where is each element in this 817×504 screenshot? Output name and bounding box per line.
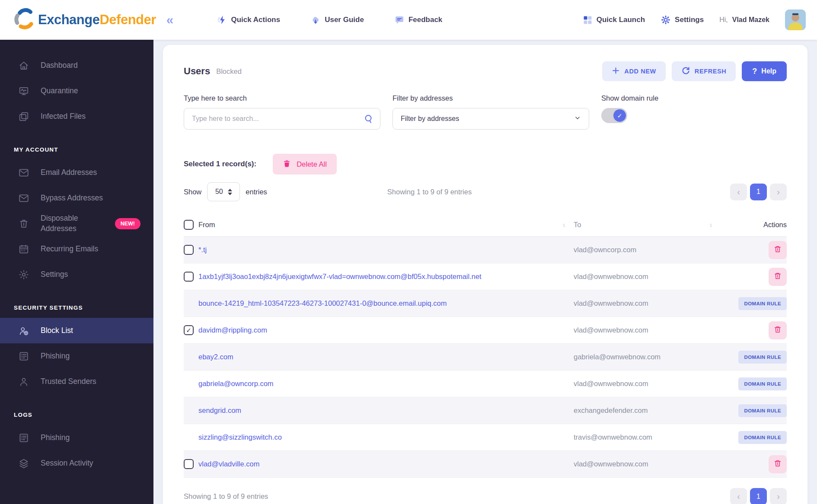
entries-label: entries [246,188,267,196]
sidebar-item-session-activity[interactable]: Session Activity [0,450,153,476]
table-row: sendgrid.comexchangedefender.comDOMAIN R… [184,397,787,424]
from-address[interactable]: 1axb1yjf3lj3oao1exbj8z4jn6juexigtwfwx7-v… [198,273,488,281]
list-icon [18,432,29,444]
home-icon [18,60,29,71]
sidebar-section-logs: LOGS [0,394,153,425]
table-row: ebay2.comgabriela@ownwebnow.comDOMAIN RU… [184,344,787,371]
toggle-knob: ✓ [613,109,626,122]
sort-icon[interactable]: ↑↓ [709,222,711,228]
pagination-top: ‹ 1 › [730,184,787,200]
calendar-icon [18,244,29,255]
menu-item-quick-actions[interactable]: Quick Actions [217,15,281,25]
pagination-prev-button[interactable]: ‹ [730,488,747,504]
sidebar-item-phishing[interactable]: Phishing [0,343,153,369]
column-header-actions: Actions [763,221,787,229]
to-address: vlad@ownwebnow.com [574,299,721,307]
from-address[interactable]: gabriela@owncorp.com [198,380,280,388]
question-mark-icon: ? [752,67,757,76]
user-name[interactable]: Vlad Mazek [732,16,769,24]
from-address[interactable]: sizzling@sizzlingswitch.co [198,433,288,441]
row-checkbox[interactable] [184,245,194,255]
delete-all-button[interactable]: Delete All [273,154,337,174]
check-icon: ✓ [617,112,622,119]
pagination-prev-button[interactable]: ‹ [730,184,747,200]
top-bar: ExchangeDefender « Quick ActionsUser Gui… [0,0,817,40]
delete-row-button[interactable] [769,321,787,339]
to-address: vlad@owncorp.com [574,246,721,254]
toggle-label: Show domain rule [601,94,658,102]
grid-icon [582,15,593,25]
refresh-icon [681,66,690,76]
content-card: Users Blocked ADD NEW REFRESH ? [163,45,807,504]
from-address[interactable]: vlad@vladville.com [198,460,265,468]
row-checkbox[interactable]: ✓ [184,325,194,335]
top-menu: Quick ActionsUser GuideFeedback [217,15,443,25]
sidebar-item-infected-files[interactable]: Infected Files [0,104,153,129]
table-row: sizzling@sizzlingswitch.cotravis@ownwebn… [184,424,787,451]
to-address: vlad@ownwebnow.com [574,326,721,334]
monitor-pulse-icon [18,86,29,97]
sidebar-item-recurring-emails[interactable]: Recurring Emails [0,236,153,262]
sidebar-item-disposable-addresses[interactable]: Disposable AddressesNEW! [0,211,153,236]
layers-icon [18,458,29,469]
from-address[interactable]: davidm@rippling.com [198,326,273,334]
trash-icon [773,272,782,282]
entries-per-page-select[interactable]: 50 [207,182,240,201]
sidebar-item-dashboard[interactable]: Dashboard [0,53,153,78]
row-checkbox[interactable] [184,272,194,282]
to-address: vlad@ownwebnow.com [574,460,721,468]
trash-icon [283,159,291,169]
page-title: Users [184,66,210,77]
refresh-button[interactable]: REFRESH [672,61,736,81]
copies-icon [18,111,29,122]
lightning-icon [217,15,227,25]
show-domain-rule-toggle[interactable]: ✓ [601,108,627,123]
menu-item-quick-launch[interactable]: Quick Launch [582,15,645,25]
swirl-logo-icon [13,8,35,32]
sidebar-item-quarantine[interactable]: Quarantine [0,78,153,104]
delete-row-button[interactable] [769,268,787,286]
selected-records-text: Selected 1 record(s): [184,160,256,168]
pagination-next-button[interactable]: › [770,488,787,504]
column-header-to[interactable]: To [574,221,581,229]
showing-entries-text: Showing 1 to 9 of 9 entries [387,188,472,196]
from-address[interactable]: bounce-14219_html-103547223-46273-100027… [198,299,453,307]
sidebar-item-block-list[interactable]: Block List [0,318,153,343]
menu-item-feedback[interactable]: Feedback [394,15,442,25]
column-header-from[interactable]: From [198,221,215,229]
sidebar-item-trusted-senders[interactable]: Trusted Senders [0,369,153,394]
pagination-page-button[interactable]: 1 [750,488,767,504]
from-address[interactable]: sendgrid.com [198,406,247,415]
domain-rule-badge: DOMAIN RULE [738,351,787,364]
delete-row-button[interactable] [769,455,787,473]
sidebar-collapse-icon[interactable]: « [166,13,174,26]
search-input[interactable] [184,108,380,130]
help-button[interactable]: ? Help [742,61,787,81]
sidebar-item-phishing[interactable]: Phishing [0,425,153,450]
sort-icon[interactable]: ↑↓ [562,222,564,228]
to-address: travis@ownwebnow.com [574,433,721,441]
add-new-button[interactable]: ADD NEW [602,61,665,81]
brand-logo[interactable]: ExchangeDefender [13,8,156,32]
pagination-page-button[interactable]: 1 [750,184,767,200]
from-address[interactable]: ebay2.com [198,353,239,361]
table-row: vlad@vladville.comvlad@ownwebnow.com [184,451,787,478]
sidebar-item-email-addresses[interactable]: Email Addresses [0,160,153,185]
sidebar-item-bypass-addresses[interactable]: Bypass Addresses [0,185,153,211]
cloud-download-icon [310,15,321,25]
to-address: exchangedefender.com [574,406,721,415]
menu-item-user-guide[interactable]: User Guide [310,15,364,25]
row-checkbox[interactable] [184,459,194,469]
envelope-icon [18,193,29,204]
select-all-checkbox[interactable] [184,220,194,230]
filter-addresses-select[interactable]: Filter by addresses [393,108,589,130]
search-icon[interactable] [364,114,374,124]
delete-row-button[interactable] [769,241,787,259]
menu-item-settings[interactable]: Settings [661,15,704,25]
avatar[interactable] [785,10,806,30]
pagination-next-button[interactable]: › [770,184,787,200]
sidebar-item-settings[interactable]: Settings [0,262,153,287]
table-row: bounce-14219_html-103547223-46273-100027… [184,290,787,317]
chat-bubble-icon [394,15,405,25]
from-address[interactable]: *.tj [198,246,213,254]
